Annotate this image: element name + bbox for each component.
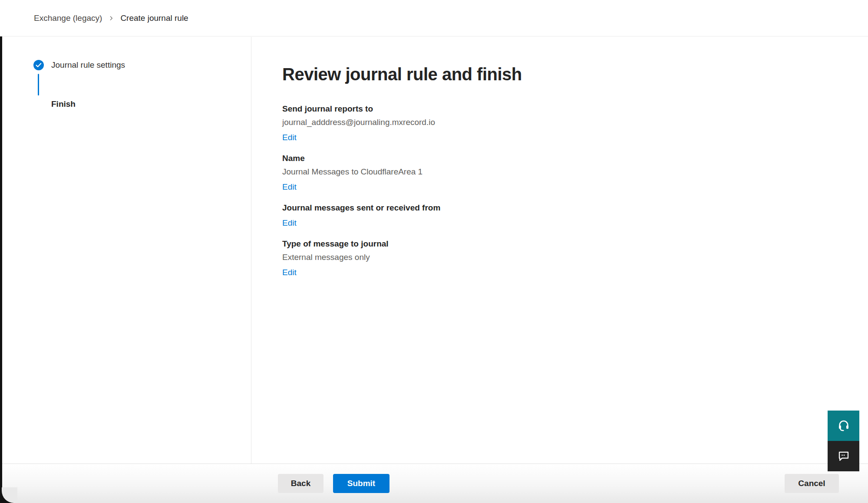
review-section-send-journal-reports-to: Send journal reports to journal_adddress… — [282, 104, 868, 143]
edit-send-journal-reports-link[interactable]: Edit — [282, 132, 297, 143]
wizard-step-label: Journal rule settings — [51, 60, 125, 70]
screen-edge-left — [0, 36, 2, 503]
section-value: journal_adddress@journaling.mxrecord.io — [282, 117, 868, 128]
edit-message-type-link[interactable]: Edit — [282, 267, 297, 278]
step-completed-check-icon — [33, 60, 44, 70]
wizard-footer: Back Submit Cancel — [0, 464, 868, 503]
cancel-button[interactable]: Cancel — [785, 474, 839, 493]
section-label: Type of message to journal — [282, 239, 868, 249]
app-window: Exchange (legacy) Create journal rule Jo… — [0, 0, 868, 503]
step-current-dot-icon — [33, 99, 44, 109]
wizard-step-label: Finish — [51, 99, 76, 109]
chat-icon — [837, 449, 850, 464]
help-button[interactable] — [828, 411, 859, 441]
floating-action-stack — [828, 411, 859, 471]
review-section-message-type: Type of message to journal External mess… — [282, 239, 868, 278]
section-label: Send journal reports to — [282, 104, 868, 114]
back-button[interactable]: Back — [278, 474, 323, 493]
review-section-journal-messages-from: Journal messages sent or received from E… — [282, 203, 868, 228]
section-label: Name — [282, 153, 868, 164]
chevron-right-icon — [108, 15, 114, 21]
edit-journal-messages-link[interactable]: Edit — [282, 218, 297, 228]
wizard-step-journal-rule-settings[interactable]: Journal rule settings — [33, 60, 251, 70]
step-connector-line — [38, 74, 39, 95]
submit-button[interactable]: Submit — [333, 474, 389, 493]
breadcrumb-current-page: Create journal rule — [120, 13, 188, 23]
wizard-step-finish[interactable]: Finish — [33, 99, 251, 109]
wizard-steps-panel: Journal rule settings Finish — [2, 37, 251, 464]
edit-name-link[interactable]: Edit — [282, 182, 297, 192]
breadcrumb-exchange-legacy-link[interactable]: Exchange (legacy) — [34, 13, 102, 23]
feedback-button[interactable] — [828, 441, 859, 471]
review-section-name: Name Journal Messages to CloudflareArea … — [282, 153, 868, 192]
section-value: Journal Messages to CloudflareArea 1 — [282, 167, 868, 177]
page-title: Review journal rule and finish — [282, 64, 868, 85]
breadcrumb: Exchange (legacy) Create journal rule — [0, 0, 868, 36]
headset-icon — [837, 419, 850, 433]
section-value: External messages only — [282, 252, 868, 263]
section-label: Journal messages sent or received from — [282, 203, 868, 213]
review-content: Review journal rule and finish Send jour… — [252, 37, 868, 464]
